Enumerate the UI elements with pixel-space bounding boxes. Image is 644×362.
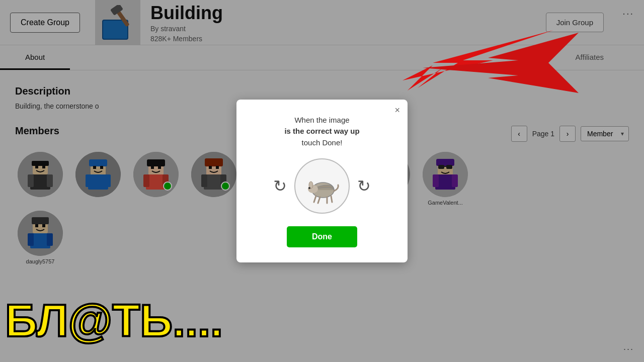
captcha-area: ↺ [273,158,371,214]
svg-line-85 [318,197,320,203]
svg-point-83 [308,187,310,189]
rotate-right-button[interactable]: ↻ [357,176,371,196]
modal-overlay[interactable]: × When the image is the correct way up t… [0,0,644,362]
svg-line-84 [314,196,316,202]
svg-line-87 [331,196,332,202]
captcha-modal: × When the image is the correct way up t… [236,100,408,263]
rotate-left-button[interactable]: ↺ [273,176,287,196]
modal-close-button[interactable]: × [394,106,400,115]
captcha-image-circle [294,158,350,214]
captcha-image-svg [302,166,342,206]
done-button[interactable]: Done [287,226,357,247]
modal-instruction: When the image is the correct way up tou… [284,115,359,149]
